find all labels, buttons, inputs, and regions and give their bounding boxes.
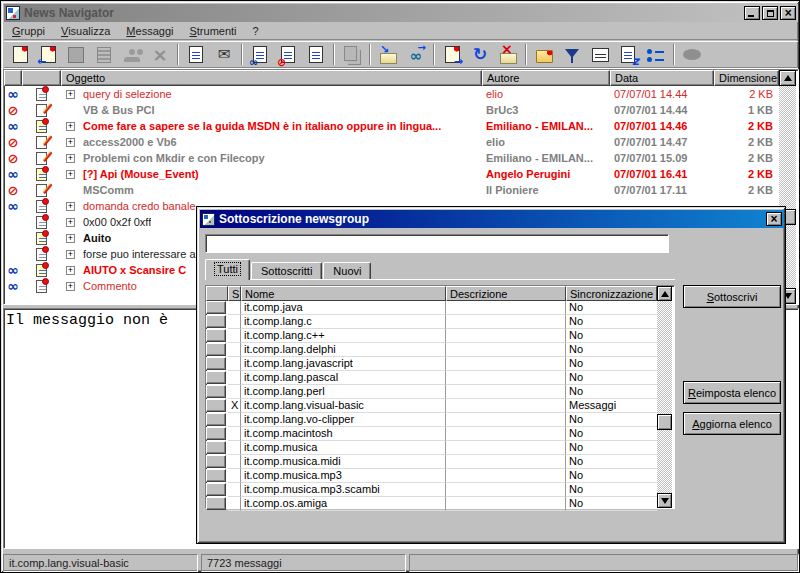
newsgroup-row[interactable]: it.comp.java No: [206, 301, 657, 315]
refresh-button[interactable]: [466, 42, 494, 67]
row-selector[interactable]: [206, 455, 226, 468]
message-row[interactable]: + Problemi con Mkdir e con Filecopy Emil…: [4, 150, 779, 166]
row-selector[interactable]: [206, 441, 226, 454]
doc-icon-cell: [22, 104, 61, 117]
options-button[interactable]: [642, 42, 670, 67]
column-header-subject[interactable]: Oggetto: [61, 70, 482, 86]
mark-normal-button[interactable]: [302, 42, 330, 67]
download-messages-button[interactable]: [374, 42, 402, 67]
newsgroup-row[interactable]: it.comp.musica No: [206, 441, 657, 455]
row-selector[interactable]: [206, 357, 226, 370]
expand-toggle[interactable]: +: [66, 90, 75, 99]
newsgroup-name: it.comp.lang.pascal: [241, 371, 446, 385]
newsgroup-row[interactable]: it.comp.lang.delphi No: [206, 343, 657, 357]
grid-scroll-thumb[interactable]: [657, 414, 672, 430]
restore-button[interactable]: [762, 6, 778, 20]
menu-item[interactable]: Visualizza: [53, 24, 118, 38]
mail-button[interactable]: [210, 42, 238, 67]
newsgroup-row[interactable]: it.comp.musica.mp3.scambi No: [206, 483, 657, 497]
message-row[interactable]: + [?] Api (Mouse_Event) Angelo Perugini …: [4, 166, 779, 182]
subscribe-button[interactable]: Sottoscrivi: [683, 285, 781, 308]
newsgroup-row[interactable]: it.comp.os.amiga No: [206, 497, 657, 511]
newsgroup-row[interactable]: it.comp.macintosh No: [206, 427, 657, 441]
search-groups-button[interactable]: [402, 42, 430, 67]
column-header-flag[interactable]: [22, 70, 61, 86]
refresh-list-button[interactable]: Aggiorna elenco: [683, 412, 781, 435]
menu-item[interactable]: Strumenti: [181, 24, 244, 38]
grid-header-subscribed[interactable]: S: [228, 286, 241, 301]
expand-toggle[interactable]: +: [66, 234, 75, 243]
tab-item[interactable]: Nuovi: [323, 262, 371, 280]
row-selector[interactable]: [206, 497, 226, 510]
dialog-close-button[interactable]: ×: [766, 212, 782, 226]
newsgroup-row[interactable]: it.comp.musica.midi No: [206, 455, 657, 469]
expand-toggle[interactable]: +: [66, 250, 75, 259]
column-header-date[interactable]: Data: [610, 70, 714, 86]
expand-toggle[interactable]: +: [66, 170, 75, 179]
newsgroup-row[interactable]: it.comp.lang.vo-clipper No: [206, 413, 657, 427]
row-selector[interactable]: [206, 385, 226, 398]
new-post-button[interactable]: [6, 42, 34, 67]
message-row[interactable]: + query di selezione elio 07/07/01 14.44…: [4, 86, 779, 102]
column-header-author[interactable]: Autore: [482, 70, 610, 86]
grid-header-name[interactable]: Nome: [241, 286, 446, 301]
row-selector[interactable]: [206, 329, 226, 342]
menu-item[interactable]: Gruppi: [4, 24, 53, 38]
menu-item[interactable]: ?: [245, 24, 267, 38]
reset-list-button[interactable]: Reimposta elenco: [683, 381, 781, 404]
tab-item[interactable]: Sottoscritti: [251, 262, 322, 280]
mark-to-read-button[interactable]: [246, 42, 274, 67]
grid-header-description[interactable]: Descrizione: [446, 286, 566, 301]
grid-scroll-up-button[interactable]: [657, 286, 672, 301]
message-row[interactable]: + Come fare a sapere se la guida MSDN è …: [4, 118, 779, 134]
expand-toggle[interactable]: +: [66, 202, 75, 211]
expand-toggle[interactable]: +: [66, 218, 75, 227]
newsgroup-row[interactable]: it.comp.musica.mp3 No: [206, 469, 657, 483]
newsgroup-row[interactable]: X it.comp.lang.visual-basic Messaggi: [206, 399, 657, 413]
view-message-button[interactable]: [182, 42, 210, 67]
close-button[interactable]: ×: [780, 6, 796, 20]
newsgroup-row[interactable]: it.comp.lang.javascript No: [206, 357, 657, 371]
newsgroup-row[interactable]: it.comp.lang.perl No: [206, 385, 657, 399]
row-selector[interactable]: [206, 469, 226, 482]
properties-button[interactable]: [586, 42, 614, 67]
pinned-note-icon: [36, 88, 47, 101]
column-header-status[interactable]: [4, 70, 22, 86]
script-button[interactable]: [614, 42, 642, 67]
expand-toggle[interactable]: +: [66, 154, 75, 163]
newsgroup-filter-input[interactable]: [205, 234, 669, 253]
grid-header-sync[interactable]: Sincronizzazione: [566, 286, 657, 301]
row-selector[interactable]: [206, 301, 226, 314]
window-titlebar: News Navigator ×: [4, 4, 798, 22]
row-selector[interactable]: [206, 315, 226, 328]
newsgroup-row[interactable]: it.comp.lang.pascal No: [206, 371, 657, 385]
row-selector[interactable]: [206, 371, 226, 384]
message-row[interactable]: + access2000 e Vb6 elio 07/07/01 14.47 2…: [4, 134, 779, 150]
scroll-up-button[interactable]: [779, 70, 796, 86]
reply-button[interactable]: [34, 42, 62, 67]
row-selector[interactable]: [206, 413, 226, 426]
filter-button[interactable]: [558, 42, 586, 67]
row-selector[interactable]: [206, 399, 226, 412]
expand-toggle[interactable]: +: [66, 266, 75, 275]
send-post-button[interactable]: [438, 42, 466, 67]
expand-toggle[interactable]: +: [66, 138, 75, 147]
row-selector[interactable]: [206, 483, 226, 496]
cancel-transfer-button[interactable]: [494, 42, 522, 67]
menu-item[interactable]: Messaggi: [118, 24, 181, 38]
row-selector[interactable]: [206, 427, 226, 440]
grid-vertical-scrollbar[interactable]: [657, 286, 672, 508]
message-row[interactable]: + VB & Bus PCI BrUc3 07/07/01 14.44 1 KB: [4, 102, 779, 118]
tab-item[interactable]: Tutti: [205, 259, 250, 280]
message-row[interactable]: + MSComm Il Pioniere 07/07/01 17.11 2 KB: [4, 182, 779, 198]
expand-toggle[interactable]: +: [66, 122, 75, 131]
minimize-button[interactable]: [744, 6, 760, 20]
newsgroup-row[interactable]: it.comp.lang.c No: [206, 315, 657, 329]
newsgroup-row[interactable]: it.comp.lang.c++ No: [206, 329, 657, 343]
mark-ignore-button[interactable]: [274, 42, 302, 67]
column-header-size[interactable]: Dimensione: [714, 70, 779, 86]
row-selector[interactable]: [206, 343, 226, 356]
expand-toggle[interactable]: +: [66, 282, 75, 291]
grid-scroll-down-button[interactable]: [657, 493, 672, 508]
subscribe-groups-button[interactable]: [530, 42, 558, 67]
